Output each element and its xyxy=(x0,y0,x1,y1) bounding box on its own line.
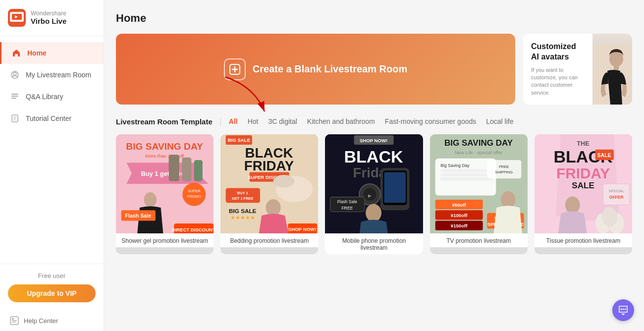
help-center-label: Help Center xyxy=(24,317,58,325)
filter-tab-3c[interactable]: 3C digital xyxy=(268,116,297,126)
tissue-template-svg: THE BLACK SALE FRIDAY SALE SPECIAL OFFER xyxy=(535,134,632,233)
svg-text:BIG SALE: BIG SALE xyxy=(229,208,257,214)
svg-text:BIG SALE: BIG SALE xyxy=(228,137,251,143)
filter-tab-all[interactable]: All xyxy=(229,116,238,126)
template-section-label: Livestream Room Template xyxy=(116,117,213,126)
svg-rect-13 xyxy=(12,322,16,323)
svg-text:▶: ▶ xyxy=(369,193,372,198)
bedding-template-svg: BIG SALE BLACK FRIDAY SUPER DISCOUNT BUY… xyxy=(220,134,318,233)
svg-text:DIRECT DISCOUNT: DIRECT DISCOUNT xyxy=(172,227,214,232)
svg-text:¥100off: ¥100off xyxy=(450,213,467,218)
create-banner-text: Create a Blank Livestream Room xyxy=(253,63,407,75)
brand-name: Wondershare xyxy=(31,10,66,17)
home-label: Home xyxy=(27,49,47,57)
svg-point-102 xyxy=(623,309,624,310)
svg-text:New Life · special offer: New Life · special offer xyxy=(454,150,503,155)
svg-text:Flash Sale: Flash Sale xyxy=(337,200,357,205)
sidebar-item-tutorial[interactable]: Tutorial Center xyxy=(0,108,104,129)
free-user-label: Free user xyxy=(8,272,96,279)
filter-tab-local[interactable]: Local life xyxy=(486,116,513,126)
filter-tab-kitchen[interactable]: Kitchen and bathroom xyxy=(307,116,375,126)
svg-rect-8 xyxy=(11,98,16,99)
svg-point-5 xyxy=(13,72,16,75)
ai-avatar-title: Customized AI avatars xyxy=(531,42,585,62)
svg-text:SHOP NOW!: SHOP NOW! xyxy=(288,226,316,232)
svg-text:SALE: SALE xyxy=(572,181,594,190)
app-logo-icon xyxy=(8,9,26,27)
svg-text:BIG SAVING DAY: BIG SAVING DAY xyxy=(126,141,203,152)
chat-bubble[interactable] xyxy=(612,299,634,321)
template-card-img-tissue: THE BLACK SALE FRIDAY SALE SPECIAL OFFER xyxy=(535,134,632,233)
svg-point-47 xyxy=(273,175,295,188)
template-section: Livestream Room Template All Hot 3C digi… xyxy=(116,116,632,254)
svg-rect-58 xyxy=(384,172,406,203)
filter-tab-fmcg[interactable]: Fast-moving consumer goods xyxy=(385,116,476,126)
app-name: Wondershare Virbo Live xyxy=(31,10,66,26)
help-center-item[interactable]: Help Center xyxy=(0,310,104,331)
plus-box-icon xyxy=(229,63,241,75)
svg-point-103 xyxy=(625,309,626,310)
svg-text:SHIPPING: SHIPPING xyxy=(495,170,513,174)
template-card-tissue[interactable]: THE BLACK SALE FRIDAY SALE SPECIAL OFFER xyxy=(535,134,632,254)
svg-text:BIG SAVING DAY: BIG SAVING DAY xyxy=(444,138,513,148)
sidebar-item-home[interactable]: Home xyxy=(0,42,104,64)
tv-label: TV promotion livestream xyxy=(430,233,528,247)
svg-rect-73 xyxy=(440,177,493,180)
create-banner-icon xyxy=(224,58,246,80)
template-header: Livestream Room Template All Hot 3C digi… xyxy=(116,116,632,126)
svg-text:FREE: FREE xyxy=(499,165,509,169)
video-icon xyxy=(10,70,20,80)
template-card-img-mobile: SHOP NOW! BLACK Friday ▶ xyxy=(325,134,423,233)
create-banner[interactable]: Create a Blank Livestream Room xyxy=(116,34,515,105)
bedding-label: Bedding promotion livestream xyxy=(220,233,318,247)
filter-tab-hot[interactable]: Hot xyxy=(248,116,259,126)
avatar-woman-svg xyxy=(592,45,632,105)
help-icon xyxy=(10,316,19,325)
header-divider xyxy=(220,117,221,125)
svg-text:Buy 1 get 1 free: Buy 1 get 1 free xyxy=(141,170,188,177)
sidebar-item-qa[interactable]: Q&A Library xyxy=(0,86,104,108)
main-content: Home Create a Blank Livestream Room Cust… xyxy=(104,0,644,331)
svg-text:BUY 1: BUY 1 xyxy=(237,191,248,195)
sidebar-item-livestream[interactable]: My Livestream Room xyxy=(0,64,104,86)
template-card-shower[interactable]: BIG SAVING DAY More than 30% off Buy 1 g… xyxy=(116,134,214,254)
svg-text:BLACK: BLACK xyxy=(344,148,404,166)
upgrade-vip-button[interactable]: Upgrade to VIP xyxy=(8,284,96,302)
template-card-tv[interactable]: BIG SAVING DAY New Life · special offer … xyxy=(430,134,528,254)
svg-text:¥150off: ¥150off xyxy=(450,223,467,229)
page-title: Home xyxy=(116,12,632,25)
svg-text:FREE: FREE xyxy=(342,206,353,211)
template-card-mobile[interactable]: SHOP NOW! BLACK Friday ▶ xyxy=(325,134,423,254)
tissue-label: Tissue promotion livestream xyxy=(535,233,632,247)
svg-text:FRIDAY: FRIDAY xyxy=(556,165,610,181)
svg-point-26 xyxy=(144,192,157,207)
template-card-img-tv: BIG SAVING DAY New Life · special offer … xyxy=(430,134,528,233)
svg-text:★★★★★: ★★★★★ xyxy=(230,215,255,221)
svg-text:Flash Sale: Flash Sale xyxy=(125,213,151,219)
svg-rect-24 xyxy=(182,158,191,181)
svg-text:FRIDAY: FRIDAY xyxy=(244,159,294,174)
create-banner-inner: Create a Blank Livestream Room xyxy=(224,58,407,80)
svg-point-65 xyxy=(366,204,381,222)
svg-rect-23 xyxy=(169,155,179,181)
livestream-label: My Livestream Room xyxy=(26,71,91,79)
svg-text:Big Saving Day: Big Saving Day xyxy=(440,163,470,168)
template-card-bedding[interactable]: BIG SALE BLACK FRIDAY SUPER DISCOUNT BUY… xyxy=(220,134,318,254)
svg-text:PROMO: PROMO xyxy=(187,194,201,199)
sidebar-bottom: Free user Upgrade to VIP xyxy=(0,264,104,310)
ai-avatar-card[interactable]: Customized AI avatars If you want to cus… xyxy=(523,34,632,105)
chat-icon xyxy=(617,304,629,316)
svg-point-101 xyxy=(621,309,622,310)
app-logo-text: Virbo Live xyxy=(31,17,66,26)
svg-text:SPECIAL: SPECIAL xyxy=(608,189,624,193)
svg-text:OFFER: OFFER xyxy=(609,195,624,200)
svg-rect-72 xyxy=(440,173,493,176)
svg-rect-25 xyxy=(194,160,203,181)
template-card-img-bedding: BIG SALE BLACK FRIDAY SUPER DISCOUNT BUY… xyxy=(220,134,318,233)
svg-point-100 xyxy=(602,207,617,226)
svg-text:SUPER: SUPER xyxy=(188,189,201,193)
template-grid: BIG SAVING DAY More than 30% off Buy 1 g… xyxy=(116,134,632,254)
svg-rect-12 xyxy=(12,320,17,321)
svg-rect-11 xyxy=(12,318,14,320)
ai-avatar-image xyxy=(592,34,632,105)
